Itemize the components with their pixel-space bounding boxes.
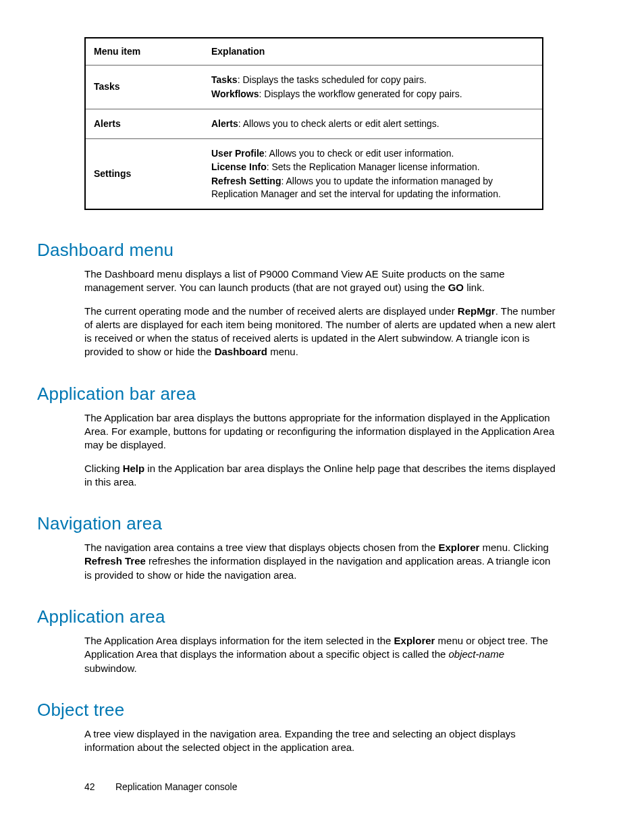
text: The current operating mode and the numbe… xyxy=(84,305,458,317)
text: menu. xyxy=(267,346,298,357)
table-header-row: Menu item Explanation xyxy=(85,38,543,65)
explanation-cell: User Profile: Allows you to check or edi… xyxy=(203,138,543,209)
section-dashboard: The Dashboard menu displays a list of P9… xyxy=(84,267,557,359)
bold-text: GO xyxy=(448,282,464,293)
heading-application-area: Application area xyxy=(37,605,576,629)
term: Tasks xyxy=(211,74,238,85)
col-header-menu: Menu item xyxy=(85,38,203,65)
term: Workflows xyxy=(211,88,259,99)
text: menu. Clicking xyxy=(479,542,549,553)
italic-text: object-name xyxy=(448,648,504,660)
heading-application-bar-area: Application bar area xyxy=(37,382,576,406)
text: The Dashboard menu displays a list of P9… xyxy=(84,268,505,293)
page-number: 42 xyxy=(84,781,113,793)
term-desc: : Displays the tasks scheduled for copy … xyxy=(238,74,427,85)
explanation-line: Refresh Setting: Allows you to update th… xyxy=(211,175,534,201)
bold-text: Explorer xyxy=(438,542,479,553)
paragraph: The Application Area displays informatio… xyxy=(84,634,557,675)
text: link. xyxy=(464,282,485,293)
explanation-cell: Alerts: Allows you to check alerts or ed… xyxy=(203,109,543,138)
section-nav: The navigation area contains a tree view… xyxy=(84,541,557,582)
table-row: TasksTasks: Displays the tasks scheduled… xyxy=(85,65,543,109)
text: refreshes the information displayed in t… xyxy=(84,555,550,580)
term: User Profile xyxy=(211,148,265,159)
paragraph: The navigation area contains a tree view… xyxy=(84,541,557,582)
term-desc: : Allows you to check or edit user infor… xyxy=(265,148,454,159)
term-desc: : Allows you to check alerts or edit ale… xyxy=(238,118,439,129)
section-apparea: The Application Area displays informatio… xyxy=(84,634,557,675)
menu-table: Menu item Explanation TasksTasks: Displa… xyxy=(84,37,543,210)
explanation-line: Workflows: Displays the workflow generat… xyxy=(211,88,534,101)
section-appbar: The Application bar area displays the bu… xyxy=(84,411,557,489)
page-footer: 42 Replication Manager console xyxy=(84,781,237,793)
text: subwindow. xyxy=(84,662,137,674)
text: The Application Area displays informatio… xyxy=(84,635,394,646)
bold-text: Help xyxy=(123,463,145,474)
footer-title: Replication Manager console xyxy=(115,781,238,792)
explanation-line: Tasks: Displays the tasks scheduled for … xyxy=(211,74,534,86)
heading-navigation-area: Navigation area xyxy=(37,512,576,536)
term: Alerts xyxy=(211,118,238,129)
paragraph: The Dashboard menu displays a list of P9… xyxy=(84,267,557,295)
bold-text: Refresh Tree xyxy=(84,555,146,567)
explanation-cell: Tasks: Displays the tasks scheduled for … xyxy=(203,65,543,109)
paragraph: A tree view displayed in the navigation … xyxy=(84,727,557,755)
term: License Info xyxy=(211,161,267,172)
heading-object-tree: Object tree xyxy=(37,698,576,722)
explanation-line: User Profile: Allows you to check or edi… xyxy=(211,147,534,160)
table-row: AlertsAlerts: Allows you to check alerts… xyxy=(85,109,543,138)
term: Refresh Setting xyxy=(211,176,281,186)
paragraph: The Application bar area displays the bu… xyxy=(84,411,557,452)
paragraph: The current operating mode and the numbe… xyxy=(84,305,557,359)
menu-item-cell: Alerts xyxy=(85,109,203,138)
col-header-explanation: Explanation xyxy=(203,38,543,65)
explanation-line: Alerts: Allows you to check alerts or ed… xyxy=(211,118,534,130)
heading-dashboard-menu: Dashboard menu xyxy=(37,238,576,262)
term-desc: : Displays the workflow generated for co… xyxy=(259,88,462,99)
bold-text: RepMgr xyxy=(458,305,495,317)
bold-text: Dashboard xyxy=(215,346,267,357)
section-objtree: A tree view displayed in the navigation … xyxy=(84,727,557,755)
text: The navigation area contains a tree view… xyxy=(84,542,438,553)
paragraph: Clicking Help in the Application bar are… xyxy=(84,462,557,490)
bold-text: Explorer xyxy=(394,635,435,646)
text: Clicking xyxy=(84,463,123,474)
document-page: Menu item Explanation TasksTasks: Displa… xyxy=(0,0,644,754)
menu-item-cell: Tasks xyxy=(85,65,203,109)
explanation-line: License Info: Sets the Replication Manag… xyxy=(211,161,534,174)
menu-item-cell: Settings xyxy=(85,138,203,209)
table-body: TasksTasks: Displays the tasks scheduled… xyxy=(85,65,543,209)
text: in the Application bar area displays the… xyxy=(84,463,556,488)
term-desc: : Sets the Replication Manager license i… xyxy=(267,161,480,172)
table-row: SettingsUser Profile: Allows you to chec… xyxy=(85,138,543,209)
